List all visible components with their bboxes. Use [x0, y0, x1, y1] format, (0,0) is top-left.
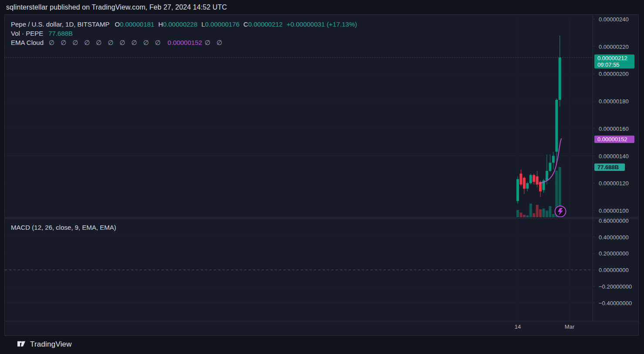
ema-empty-symbol: ∅ [131, 39, 137, 46]
ema-empty-symbol: ∅ [108, 39, 113, 46]
macd-legend-row[interactable]: MACD (12, 26, close, 9, EMA, EMA) [11, 223, 116, 232]
time-axis-label: 14 [515, 323, 521, 330]
candle-body [536, 177, 539, 185]
price-axis-label: −0.20000000 [599, 283, 632, 289]
volume-bar [549, 206, 551, 217]
ema-cloud-label: EMA Cloud [11, 39, 44, 46]
ema-empty-symbol: ∅ [216, 39, 222, 46]
close-value: C0.00000212 [243, 20, 283, 28]
open-value: O0.00000181 [115, 20, 154, 28]
price-axis-label: 0.00000140 [599, 153, 629, 159]
price-axis-label: 0.40000000 [599, 234, 629, 240]
ema-empty-symbol: ∅ [155, 39, 161, 46]
price-axis-label: 0.00000200 [599, 71, 629, 77]
volume-bar [543, 208, 545, 217]
price-axis-label: 0.00000220 [599, 43, 629, 50]
volume-badge-value: 77.688B [597, 164, 625, 170]
attribution-bar: sqlinterstellar published on TradingView… [6, 0, 227, 14]
volume-label: Vol · PEPE [11, 30, 43, 37]
time-axis-label: Mar [565, 323, 574, 330]
price-axis-label: 0.00000160 [599, 125, 629, 132]
last-price-badge: 0.00000212 09:07:55 [594, 54, 634, 68]
footer-bar: TradingView [0, 335, 644, 354]
volume-bar [533, 213, 535, 217]
volume-legend-row[interactable]: Vol · PEPE 77.688B [11, 29, 357, 38]
ema-cloud-line [539, 139, 561, 184]
change-value: +0.00000031 (+17.13%) [287, 20, 357, 28]
candle-body [552, 156, 555, 163]
symbol-title[interactable]: Pepe / U.S. dollar, 1D, BITSTAMP [11, 20, 109, 28]
volume-series [516, 167, 561, 217]
chart-frame[interactable]: Pepe / U.S. dollar, 1D, BITSTAMP O0.0000… [4, 14, 639, 336]
volume-bar [526, 215, 529, 217]
price-axis-label: 0.00000240 [599, 16, 629, 23]
candle-body [516, 179, 519, 201]
ema-empty-values: ∅∅∅∅∅∅∅∅∅∅ [49, 39, 167, 47]
candle-body [559, 58, 561, 100]
volume-bar [529, 204, 532, 217]
price-axis-label: 0.00000120 [599, 180, 629, 187]
candle-body [519, 174, 522, 184]
volume-bar [536, 205, 539, 217]
price-axis-label: 0.20000000 [599, 250, 629, 257]
volume-bar [523, 215, 526, 217]
ema-empty-symbol: ∅ [84, 39, 90, 46]
candle-body [529, 175, 532, 183]
tradingview-logo-icon[interactable] [17, 341, 27, 348]
volume-bar [516, 210, 519, 217]
volume-bar [539, 209, 542, 217]
candle-body [555, 100, 558, 152]
candle-body [549, 163, 551, 171]
tradingview-wordmark[interactable]: TradingView [30, 340, 72, 349]
candle-body [533, 175, 535, 182]
ema-empty-symbol: ∅ [49, 39, 54, 46]
volume-value: 77.688B [48, 30, 73, 37]
volume-bar [519, 213, 522, 217]
ema-empty-symbol: ∅ [96, 39, 101, 46]
attribution-text: sqlinterstellar published on TradingView… [6, 3, 227, 11]
ema-empty-symbol: ∅ [120, 39, 125, 46]
candle-body [546, 171, 548, 180]
price-axis-label: 0.00000000 [599, 267, 629, 273]
ema-empty-values: ∅∅ [205, 39, 228, 47]
high-value: H0.00000228 [158, 20, 197, 28]
volume-bar [546, 211, 548, 217]
volume-badge: 77.688B [594, 163, 625, 171]
ema-empty-symbol: ∅ [205, 39, 210, 46]
chart-legend: Pepe / U.S. dollar, 1D, BITSTAMP O0.0000… [11, 20, 357, 47]
price-axis-label: 0.00000100 [599, 207, 629, 214]
ema-cloud-value: 0.00000152 [168, 39, 202, 46]
chart-canvas[interactable] [5, 15, 638, 335]
ema-badge-value: 0.00000152 [597, 136, 634, 143]
macd-label: MACD (12, 26, close, 9, EMA, EMA) [11, 224, 116, 231]
bar-countdown: 09:07:55 [597, 61, 634, 68]
flash-icon[interactable] [555, 206, 566, 217]
ema-empty-symbol: ∅ [61, 39, 66, 46]
last-price-value: 0.00000212 [597, 55, 634, 61]
candle-body [523, 178, 526, 189]
candle-body [526, 183, 529, 189]
ema-empty-symbol: ∅ [143, 39, 149, 46]
ema-cloud-legend-row[interactable]: EMA Cloud ∅∅∅∅∅∅∅∅∅∅ 0.00000152 ∅∅ [11, 38, 357, 47]
price-axis-label: 0.00000180 [599, 98, 629, 105]
volume-bar [552, 214, 555, 217]
price-axis-label: −0.40000000 [599, 300, 632, 306]
price-axis-label: 0.60000000 [599, 218, 629, 224]
candle-series [516, 36, 561, 204]
low-value: L0.00000176 [202, 20, 240, 28]
ema-price-badge: 0.00000152 [594, 136, 634, 143]
ema-empty-symbol: ∅ [72, 39, 78, 46]
symbol-legend-row[interactable]: Pepe / U.S. dollar, 1D, BITSTAMP O0.0000… [11, 20, 357, 29]
